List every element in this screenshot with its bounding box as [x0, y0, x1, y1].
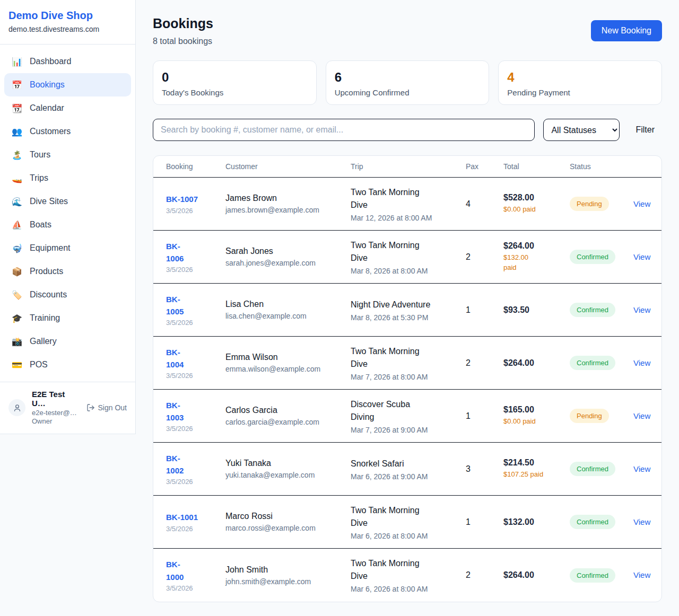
sidebar-item-label: Bookings	[30, 80, 65, 90]
customer-name: Emma Wilson	[225, 353, 344, 362]
stat-card: 4 Pending Payment	[498, 60, 662, 105]
user-name: E2E Test U…	[32, 390, 80, 408]
column-header-total: Total	[503, 162, 570, 171]
sidebar-item-tours[interactable]: 🏝️ Tours	[4, 143, 131, 166]
total-amount: $528.00	[503, 193, 563, 203]
trip-name: Two Tank Morning Dive	[351, 239, 459, 265]
customer-name: John Smith	[225, 565, 344, 575]
table-row: BK- 1004 3/5/2026 Emma Wilson emma.wilso…	[153, 337, 661, 390]
table-row: BK- 1002 3/5/2026 Yuki Tanaka yuki.tanak…	[153, 443, 661, 496]
paid-amount: $0.00 paid	[503, 417, 563, 427]
booking-date: 3/5/2026	[166, 372, 219, 380]
sidebar-item-label: Dashboard	[30, 57, 71, 66]
booking-id-link[interactable]: BK-1001	[166, 511, 198, 523]
sidebar-item-label: Equipment	[30, 243, 71, 253]
status-select[interactable]: All Statuses	[543, 119, 620, 141]
customer-email: james.brown@example.com	[225, 206, 344, 214]
trip-datetime: Mar 8, 2026 at 8:00 AM	[351, 267, 459, 275]
status-badge: Confirmed	[570, 356, 615, 370]
customer-name: Carlos Garcia	[225, 406, 344, 415]
booking-id-link[interactable]: BK- 1002	[166, 452, 184, 477]
customer-email: emma.wilson@example.com	[225, 365, 344, 373]
view-link[interactable]: View	[633, 570, 650, 579]
sidebar-item-products[interactable]: 📦 Products	[4, 260, 131, 283]
sidebar-item-dive-sites[interactable]: 🌊 Dive Sites	[4, 190, 131, 213]
booking-date: 3/5/2026	[166, 478, 219, 486]
pax-count: 3	[466, 464, 503, 474]
wave-icon: 🌊	[12, 197, 22, 207]
people-icon: 👥	[12, 127, 22, 137]
sign-out-label: Sign Out	[98, 403, 127, 412]
trip-name: Two Tank Morning Dive	[351, 557, 459, 583]
sidebar-item-label: Customers	[30, 127, 71, 136]
sidebar-item-label: Gallery	[30, 337, 57, 346]
package-icon: 📦	[12, 267, 22, 277]
table-row: BK- 1005 3/5/2026 Lisa Chen lisa.chen@ex…	[153, 284, 661, 337]
sidebar-item-label: Calendar	[30, 103, 64, 113]
sidebar-nav: 📊 Dashboard 📅 Bookings 📆 Calendar 👥 Cust…	[0, 45, 135, 382]
booking-id-link[interactable]: BK-1007	[166, 193, 198, 205]
stat-card: 0 Today's Bookings	[153, 60, 317, 105]
view-link[interactable]: View	[633, 199, 650, 208]
sidebar-item-boats[interactable]: ⛵ Boats	[4, 213, 131, 236]
total-amount: $264.00	[503, 358, 563, 368]
diving-mask-icon: 🤿	[12, 243, 22, 253]
view-link[interactable]: View	[633, 252, 650, 261]
filter-button[interactable]: Filter	[628, 125, 662, 135]
pax-count: 1	[466, 411, 503, 421]
calendar-icon: 📆	[12, 103, 22, 113]
graduation-cap-icon: 🎓	[12, 313, 22, 323]
booking-date: 3/5/2026	[166, 266, 219, 274]
pax-count: 2	[466, 358, 503, 368]
customer-name: James Brown	[225, 193, 344, 203]
booking-id-link[interactable]: BK- 1000	[166, 558, 184, 583]
booking-id-link[interactable]: BK- 1004	[166, 346, 184, 371]
search-input[interactable]	[153, 119, 535, 141]
trip-datetime: Mar 7, 2026 at 9:00 AM	[351, 426, 459, 434]
trip-datetime: Mar 6, 2026 at 9:00 AM	[351, 472, 459, 481]
view-link[interactable]: View	[633, 464, 650, 473]
island-icon: 🏝️	[12, 150, 22, 160]
customer-name: Yuki Tanaka	[225, 459, 344, 468]
booking-date: 3/5/2026	[166, 319, 219, 327]
column-header-status: Status	[570, 162, 633, 171]
view-link[interactable]: View	[633, 358, 650, 367]
customer-name: Marco Rossi	[225, 512, 344, 521]
bar-chart-icon: 📊	[12, 57, 22, 67]
sidebar-item-label: Products	[30, 267, 63, 276]
status-badge: Confirmed	[570, 515, 615, 529]
booking-id-link[interactable]: BK- 1005	[166, 293, 184, 318]
sidebar-item-bookings[interactable]: 📅 Bookings	[4, 73, 131, 96]
sidebar-item-pos[interactable]: 💳 POS	[4, 353, 131, 376]
view-link[interactable]: View	[633, 305, 650, 314]
booking-id-link[interactable]: BK- 1006	[166, 240, 184, 265]
stat-value: 0	[162, 70, 308, 85]
sidebar-item-equipment[interactable]: 🤿 Equipment	[4, 236, 131, 260]
booking-id-link[interactable]: BK- 1003	[166, 399, 184, 424]
avatar	[8, 399, 25, 416]
sidebar-item-label: POS	[30, 360, 48, 369]
stat-card: 6 Upcoming Confirmed	[326, 60, 490, 105]
paid-amount: $107.25 paid	[503, 470, 563, 480]
pax-count: 1	[466, 517, 503, 527]
sidebar-item-dashboard[interactable]: 📊 Dashboard	[4, 50, 131, 73]
trip-datetime: Mar 12, 2026 at 8:00 AM	[351, 214, 459, 222]
new-booking-button[interactable]: New Booking	[591, 20, 662, 41]
user-role: Owner	[32, 417, 80, 426]
table-row: BK-1007 3/5/2026 James Brown james.brown…	[153, 178, 661, 231]
customer-name: Sarah Jones	[225, 247, 344, 256]
trip-name: Two Tank Morning Dive	[351, 504, 459, 530]
customer-name: Lisa Chen	[225, 300, 344, 309]
sidebar-item-customers[interactable]: 👥 Customers	[4, 120, 131, 143]
trip-datetime: Mar 6, 2026 at 8:00 AM	[351, 532, 459, 540]
sidebar-item-calendar[interactable]: 📆 Calendar	[4, 96, 131, 120]
sidebar-item-gallery[interactable]: 📸 Gallery	[4, 330, 131, 353]
sidebar-item-training[interactable]: 🎓 Training	[4, 306, 131, 330]
sign-out-button[interactable]: Sign Out	[86, 403, 127, 412]
sidebar-item-trips[interactable]: 🚤 Trips	[4, 166, 131, 190]
sidebar-item-discounts[interactable]: 🏷️ Discounts	[4, 283, 131, 306]
view-link[interactable]: View	[633, 411, 650, 420]
calendar-date-icon: 📅	[12, 80, 22, 90]
view-link[interactable]: View	[633, 517, 650, 526]
trip-datetime: Mar 8, 2026 at 5:30 PM	[351, 313, 459, 322]
